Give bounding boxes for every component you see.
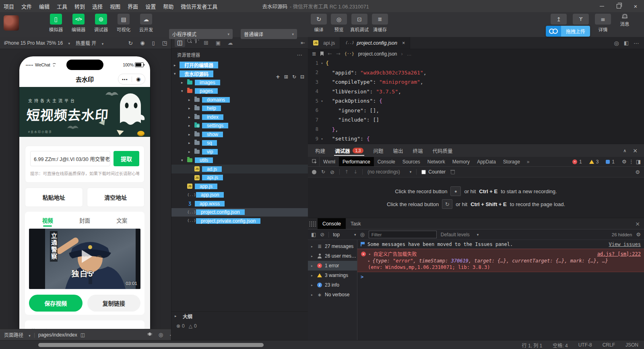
tab-overflow-icon[interactable]: »: [524, 159, 533, 165]
recordings-select[interactable]: (no recordings)▾: [367, 169, 411, 175]
collapse-panel-icon[interactable]: [623, 147, 626, 154]
inspect-element-icon[interactable]: [310, 157, 320, 166]
mode-button[interactable]: 云开发: [137, 14, 155, 33]
clouddev-icon[interactable]: [225, 38, 235, 47]
tree-row[interactable]: app.js: [171, 182, 308, 191]
tree-row[interactable]: ▸ domains: [171, 95, 308, 104]
menu-item[interactable]: 微信开发者工具: [177, 0, 221, 12]
tree-row[interactable]: project.config.json: [171, 208, 308, 217]
play-icon[interactable]: [82, 250, 92, 263]
tree-row[interactable]: app.json: [171, 191, 308, 200]
more-icon[interactable]: [297, 52, 303, 58]
kebab-menu-icon[interactable]: [629, 159, 634, 165]
window-icon[interactable]: [213, 38, 223, 47]
close-button[interactable]: ×: [627, 0, 644, 12]
devtools-tab[interactable]: Network: [424, 157, 449, 166]
tree-row[interactable]: ▸ help: [171, 104, 308, 113]
usage-card[interactable]: 使用说明 如何下载视频教程 ›: [25, 320, 144, 329]
hot-reload-toggle[interactable]: 热重载 开 ▾: [76, 39, 103, 46]
fold-icon[interactable]: ▾: [318, 99, 326, 103]
debug-tab[interactable]: 终端: [408, 144, 427, 157]
collapse-all-icon[interactable]: [300, 74, 304, 80]
gear-icon[interactable]: [636, 231, 641, 237]
counter-checkbox-input[interactable]: [421, 170, 426, 174]
copy-link-button[interactable]: 复制链接: [87, 295, 141, 312]
page-path-label[interactable]: 页面路径 ▾: [4, 331, 31, 338]
tree-row[interactable]: ▸ vip: [171, 147, 308, 156]
context-select[interactable]: top▾: [333, 232, 356, 237]
gear-icon[interactable]: [635, 169, 640, 175]
devtools-tab[interactable]: Performance: [339, 157, 374, 166]
restore-button[interactable]: [610, 0, 627, 12]
counter-checkbox[interactable]: Counter: [421, 169, 446, 175]
paste-address-button[interactable]: 粘贴地址: [25, 188, 83, 207]
menu-item[interactable]: 帮助: [159, 0, 177, 12]
breadcrumb-file[interactable]: project.config.json: [358, 51, 397, 57]
console-filter-row[interactable]: ▸ 27 messages: [308, 242, 357, 251]
mode-button[interactable]: 调试器: [92, 14, 110, 33]
menu-item[interactable]: 工具: [53, 0, 71, 12]
more-icon[interactable]: [634, 40, 639, 46]
trash-icon[interactable]: [450, 169, 455, 174]
result-tab[interactable]: 文案: [103, 212, 140, 229]
toolbar-action-button[interactable]: 真机调试: [350, 14, 369, 33]
expand-arrow-icon[interactable]: ▸: [369, 252, 371, 256]
tree-row[interactable]: api.js: [171, 173, 308, 182]
tree-row[interactable]: ▸ show: [171, 130, 308, 139]
fold-icon[interactable]: ▾: [318, 137, 326, 141]
devtools-tab[interactable]: Sources: [399, 157, 424, 166]
minimize-button[interactable]: [593, 0, 610, 12]
page-path-value[interactable]: pages/index/index: [38, 332, 77, 338]
forward-icon[interactable]: [336, 51, 341, 57]
dock-side-icon[interactable]: [636, 159, 641, 165]
tree-row[interactable]: app.wxss: [171, 199, 308, 208]
windows-icon[interactable]: [162, 40, 167, 46]
editor-tab[interactable]: api.js: [308, 37, 340, 49]
menu-item[interactable]: 视图: [106, 0, 124, 12]
status-item[interactable]: 空格: 4: [553, 342, 568, 349]
debug-tab[interactable]: 输出: [388, 144, 408, 157]
link-input[interactable]: 6.99 ZZm:/ J@I.Vl 03/30 用交警老⋯: [30, 151, 110, 166]
status-item[interactable]: 行 1, 列 1: [522, 342, 543, 349]
horizontal-scrollbar[interactable]: [38, 343, 264, 347]
search-icon[interactable]: [187, 38, 192, 44]
status-item[interactable]: UTF-8: [578, 342, 592, 348]
menu-item[interactable]: 选择: [89, 0, 106, 12]
debug-tab[interactable]: 代码质量: [427, 144, 457, 157]
devtools-tab[interactable]: AppData: [473, 157, 500, 166]
blocks-icon[interactable]: [201, 38, 211, 47]
devtools-tab[interactable]: Console: [374, 157, 399, 166]
rotate-icon[interactable]: [128, 40, 133, 46]
close-panel-icon[interactable]: [633, 147, 638, 154]
copy-icon[interactable]: [80, 332, 85, 338]
gear-icon[interactable]: [622, 159, 627, 165]
clear-icon[interactable]: [330, 169, 334, 175]
tree-row[interactable]: ▸ settings: [171, 122, 308, 130]
outline-section[interactable]: ▸ 大纲: [171, 311, 309, 320]
editor-tab[interactable]: project.config.json ×: [340, 37, 410, 49]
toolbar-action-button[interactable]: 编译: [310, 14, 328, 33]
status-item[interactable]: JSON: [625, 342, 638, 348]
console-error-block[interactable]: ▸ 自定义广告加载失败 ad.js? [sm]:222 ▸ {type: "er…: [357, 249, 644, 272]
view-issues-link[interactable]: View issues: [609, 242, 641, 247]
console-filter-row[interactable]: ▸ 3 warnings: [308, 271, 357, 280]
toolbar-right-button[interactable]: 消息: [616, 14, 634, 33]
breadcrumb-more[interactable]: …: [407, 51, 412, 57]
clear-address-button[interactable]: 清空地址: [87, 188, 145, 207]
vconsole-bug-icon[interactable]: [147, 332, 152, 337]
user-avatar[interactable]: [4, 15, 19, 31]
toolbar-action-button[interactable]: 预览: [330, 14, 348, 33]
reload-record-button[interactable]: [321, 169, 325, 175]
new-file-icon[interactable]: [276, 74, 280, 80]
refresh-icon[interactable]: [292, 74, 296, 80]
menu-item[interactable]: 文件: [18, 0, 35, 12]
more-icon[interactable]: •••: [118, 77, 132, 82]
mode-button[interactable]: 模拟器: [47, 14, 65, 33]
console-filter-row[interactable]: ▸ 23 info: [308, 280, 357, 290]
devtools-tab[interactable]: Storage: [500, 157, 524, 166]
toolbar-right-button[interactable]: 详情: [594, 14, 612, 33]
mode-select[interactable]: 小程序模式 ▾: [169, 29, 233, 39]
device-select[interactable]: iPhone 15 Pro Max 75% 16 ▾: [4, 40, 70, 46]
console-tab[interactable]: Console: [318, 218, 346, 229]
menu-item[interactable]: 编辑: [35, 0, 53, 12]
